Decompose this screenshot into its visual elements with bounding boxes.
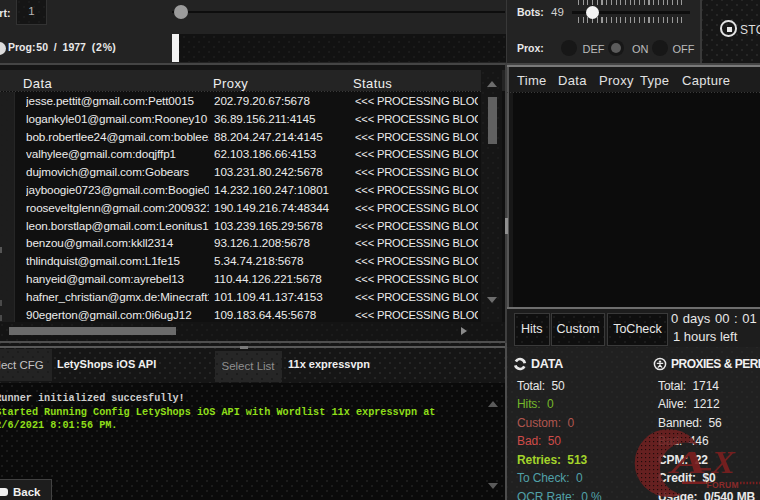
svg-text:X: X [711, 445, 737, 480]
svg-text:A: A [668, 445, 707, 480]
svg-text:FORUM: FORUM [707, 480, 739, 490]
